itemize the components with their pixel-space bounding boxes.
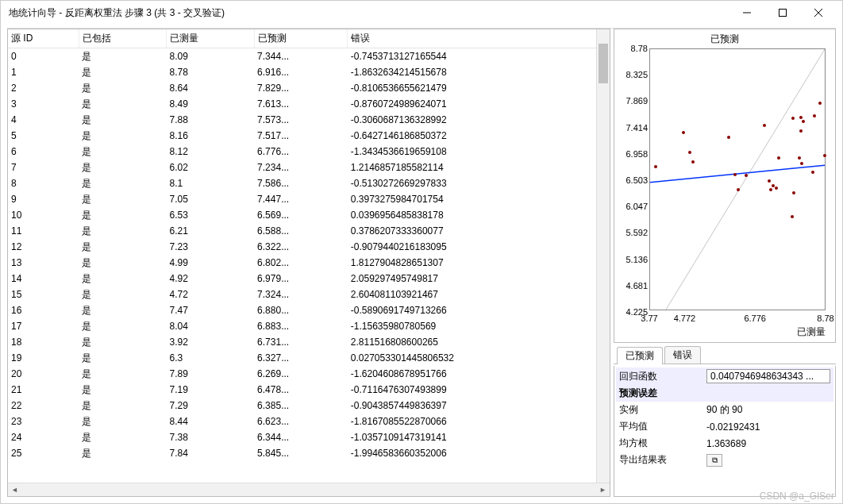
plot-area[interactable] xyxy=(649,48,826,310)
column-header[interactable]: 已测量 xyxy=(167,29,255,48)
table-row[interactable]: 18是3.926.731...2.811516808600265 xyxy=(8,334,610,350)
minimize-button[interactable] xyxy=(729,2,764,24)
data-point[interactable] xyxy=(818,102,822,105)
table-row[interactable]: 8是8.17.586...-0.5130272669297833 xyxy=(8,175,610,191)
data-point[interactable] xyxy=(769,188,772,191)
data-point[interactable] xyxy=(791,117,795,120)
table-cell: 18 xyxy=(8,334,79,350)
stat-row: 平均值-0.02192431 xyxy=(616,418,833,435)
scroll-left-arrow[interactable]: ◄ xyxy=(8,483,21,496)
table-cell: 1.8127904828651307 xyxy=(348,255,610,271)
table-row[interactable]: 10是6.536.569...0.0396956485838178 xyxy=(8,207,610,223)
table-row[interactable]: 23是8.446.623...-1.8167085522870066 xyxy=(8,414,610,429)
data-point[interactable] xyxy=(800,162,803,165)
table-row[interactable]: 9是7.057.447...0.3973275984701754 xyxy=(8,191,610,207)
data-point[interactable] xyxy=(775,187,778,190)
table-row[interactable]: 13是4.996.802...1.8127904828651307 xyxy=(8,255,610,271)
table-cell: 6.569... xyxy=(254,207,348,223)
table-row[interactable]: 19是6.36.327...0.027053301445806532 xyxy=(8,350,610,366)
stat-key: 均方根 xyxy=(619,437,706,450)
table-row[interactable]: 3是8.497.613...-0.8760724989624071 xyxy=(8,96,610,112)
x-tick: 4.772 xyxy=(674,314,696,323)
table-cell: 22 xyxy=(8,398,79,414)
data-point[interactable] xyxy=(733,173,737,176)
regression-value[interactable]: 0.0407946948634343 ... xyxy=(706,369,830,383)
table-cell: 7.89 xyxy=(167,366,255,382)
table-row[interactable]: 2是8.647.829...-0.8106536655621479 xyxy=(8,80,610,96)
data-point[interactable] xyxy=(777,156,780,160)
table-cell: 6.776... xyxy=(254,144,348,160)
table-row[interactable]: 22是7.296.385...-0.9043857449836397 xyxy=(8,398,610,414)
table-row[interactable]: 7是6.027.234...1.2146857185582114 xyxy=(8,160,610,175)
data-point[interactable] xyxy=(799,129,803,133)
table-row[interactable]: 21是7.196.478...-0.7116476307493899 xyxy=(8,382,610,398)
export-button[interactable]: ⧉ xyxy=(706,454,722,467)
column-header[interactable]: 源 ID xyxy=(8,29,79,48)
titlebar: 地统计向导 - 反距离权重法 步骤 3 (共 3 - 交叉验证) xyxy=(1,1,842,25)
table-cell: 7.447... xyxy=(254,191,348,207)
table-cell: -0.5890691749713266 xyxy=(348,302,610,318)
table-row[interactable]: 16是7.476.880...-0.5890691749713266 xyxy=(8,302,610,318)
table-row[interactable]: 6是8.126.776...-1.3434536619659108 xyxy=(8,144,610,160)
table-scroll-area[interactable]: 源 ID已包括已测量已预测错误 0是8.097.344...-0.7453713… xyxy=(8,29,610,483)
table-row[interactable]: 11是6.216.588...0.3786207333360077 xyxy=(8,223,610,239)
table-cell: -0.8760724989624071 xyxy=(348,96,610,112)
column-header[interactable]: 已预测 xyxy=(254,29,348,48)
data-point[interactable] xyxy=(763,124,766,127)
y-tick: 5.592 xyxy=(626,228,648,237)
table-row[interactable]: 0是8.097.344...-0.7453713127165544 xyxy=(8,48,610,65)
data-point[interactable] xyxy=(791,215,794,218)
table-cell: 是 xyxy=(79,64,167,80)
data-point[interactable] xyxy=(799,116,803,119)
data-point[interactable] xyxy=(727,136,730,139)
table-cell: 4.72 xyxy=(167,287,255,302)
table-row[interactable]: 5是8.167.517...-0.6427146186850372 xyxy=(8,128,610,144)
data-point[interactable] xyxy=(811,171,814,174)
table-cell: 6.21 xyxy=(167,223,255,239)
tab-1[interactable]: 错误 xyxy=(664,346,701,364)
table-row[interactable]: 17是8.046.883...-1.15635980780569 xyxy=(8,318,610,334)
data-point[interactable] xyxy=(823,154,826,157)
table-cell: 6.979... xyxy=(254,271,348,287)
table-cell: -1.3434536619659108 xyxy=(348,144,610,160)
data-point[interactable] xyxy=(792,191,795,194)
vertical-scrollbar[interactable] xyxy=(596,29,610,483)
table-row[interactable]: 4是7.887.573...-0.3060687136328992 xyxy=(8,112,610,128)
column-header[interactable]: 错误 xyxy=(348,29,610,48)
maximize-button[interactable] xyxy=(764,2,800,24)
data-point[interactable] xyxy=(737,188,740,191)
table-cell: 是 xyxy=(79,144,167,160)
data-point[interactable] xyxy=(798,156,801,160)
table-row[interactable]: 1是8.786.916...-1.8632634214515678 xyxy=(8,64,610,80)
table-cell: 6 xyxy=(8,144,79,160)
data-point[interactable] xyxy=(768,179,771,183)
window-controls xyxy=(729,2,836,24)
data-point[interactable] xyxy=(654,165,657,168)
tab-0[interactable]: 已预测 xyxy=(617,347,663,364)
table-row[interactable]: 15是4.727.324...2.604081103921467 xyxy=(8,287,610,302)
table-cell: 6.478... xyxy=(254,382,348,398)
data-point[interactable] xyxy=(745,174,748,177)
scroll-right-arrow[interactable]: ► xyxy=(596,483,610,496)
table-cell: 是 xyxy=(79,318,167,334)
data-point[interactable] xyxy=(691,160,695,164)
column-header[interactable]: 已包括 xyxy=(79,29,167,48)
close-button[interactable] xyxy=(800,2,836,24)
data-point[interactable] xyxy=(688,151,691,154)
data-point[interactable] xyxy=(813,114,816,117)
table-cell: -0.9079440216183095 xyxy=(348,239,610,255)
table-cell: 8.49 xyxy=(167,96,255,112)
table-row[interactable]: 14是4.926.979...2.059297495749817 xyxy=(8,271,610,287)
table-row[interactable]: 20是7.896.269...-1.6204608678951766 xyxy=(8,366,610,382)
table-row[interactable]: 25是7.845.845...-1.9946583660352006 xyxy=(8,445,610,461)
table-cell: 6.385... xyxy=(254,398,348,414)
table-row[interactable]: 12是7.236.322...-0.9079440216183095 xyxy=(8,239,610,255)
table-row[interactable]: 24是7.386.344...-1.0357109147319141 xyxy=(8,429,610,445)
scrollbar-thumb[interactable] xyxy=(599,44,608,83)
y-tick: 8.78 xyxy=(631,44,648,53)
table-cell: 5.845... xyxy=(254,445,348,461)
horizontal-scrollbar[interactable]: ◄ ► xyxy=(8,483,610,496)
data-point[interactable] xyxy=(682,131,685,134)
data-point[interactable] xyxy=(802,120,805,123)
table-cell: 是 xyxy=(79,207,167,223)
